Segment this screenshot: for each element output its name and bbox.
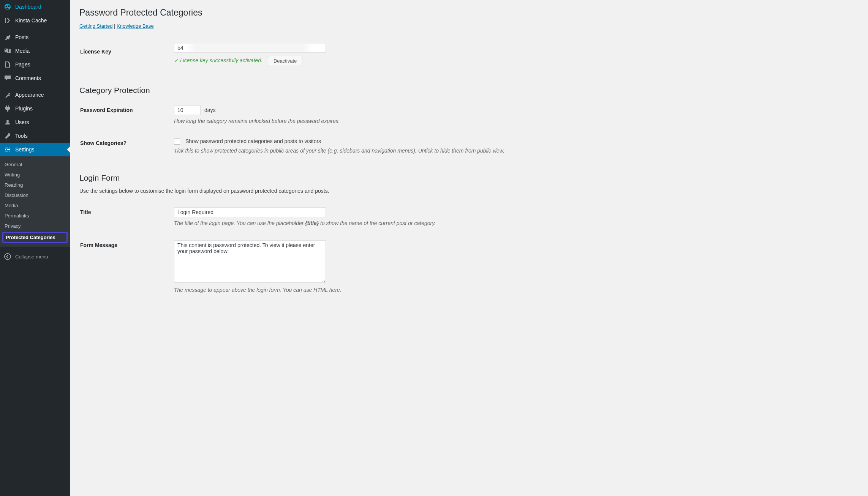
dashboard-icon bbox=[4, 3, 11, 11]
login-title-description: The title of the login page. You can use… bbox=[174, 220, 854, 226]
sidebar-label: Appearance bbox=[15, 92, 44, 98]
svg-point-0 bbox=[5, 254, 11, 260]
expiration-unit: days bbox=[204, 107, 216, 113]
sidebar-item-tools[interactable]: Tools bbox=[0, 129, 70, 143]
admin-sidebar: Dashboard Kinsta Cache Posts Media Pages… bbox=[0, 0, 70, 496]
license-status-text: ✓ License key successfully activated. bbox=[174, 57, 262, 63]
sidebar-sub-permalinks[interactable]: Permalinks bbox=[0, 211, 70, 221]
sidebar-item-comments[interactable]: Comments bbox=[0, 71, 70, 85]
license-key-label: License Key bbox=[80, 41, 173, 74]
sidebar-sub-reading[interactable]: Reading bbox=[0, 180, 70, 190]
sidebar-label: Settings bbox=[15, 146, 35, 153]
main-content: Password Protected Categories Getting St… bbox=[70, 0, 868, 496]
form-message-textarea[interactable] bbox=[174, 240, 326, 283]
header-links: Getting Started | Knowledge Base bbox=[79, 23, 859, 29]
login-title-label: Title bbox=[80, 202, 173, 234]
appearance-icon bbox=[4, 91, 11, 99]
users-icon bbox=[4, 118, 11, 126]
license-key-mask bbox=[185, 44, 313, 52]
sidebar-sub-writing[interactable]: Writing bbox=[0, 170, 70, 180]
sidebar-submenu-settings: General Writing Reading Discussion Media… bbox=[0, 156, 70, 247]
login-title-input[interactable] bbox=[174, 207, 326, 217]
sidebar-label: Dashboard bbox=[15, 4, 41, 10]
form-message-description: The message to appear above the login fo… bbox=[174, 287, 854, 293]
sidebar-label: Comments bbox=[15, 75, 41, 81]
link-separator: | bbox=[112, 23, 117, 29]
sidebar-sub-general[interactable]: General bbox=[0, 159, 70, 170]
sidebar-item-settings[interactable]: Settings bbox=[0, 143, 70, 156]
sidebar-sub-media[interactable]: Media bbox=[0, 200, 70, 211]
sidebar-item-pages[interactable]: Pages bbox=[0, 58, 70, 71]
settings-icon bbox=[4, 146, 11, 153]
sidebar-item-posts[interactable]: Posts bbox=[0, 30, 70, 44]
sidebar-label: Media bbox=[15, 48, 30, 54]
page-title: Password Protected Categories bbox=[79, 8, 859, 18]
kinsta-icon bbox=[4, 17, 11, 24]
login-form-heading: Login Form bbox=[79, 173, 859, 183]
sidebar-sub-discussion[interactable]: Discussion bbox=[0, 190, 70, 200]
password-expiration-label: Password Expiration bbox=[80, 99, 173, 132]
knowledge-base-link[interactable]: Knowledge Base bbox=[117, 23, 154, 29]
tools-icon bbox=[4, 132, 11, 140]
sidebar-sub-privacy[interactable]: Privacy bbox=[0, 221, 70, 231]
sidebar-item-plugins[interactable]: Plugins bbox=[0, 102, 70, 115]
pages-icon bbox=[4, 61, 11, 68]
sidebar-item-media[interactable]: Media bbox=[0, 44, 70, 58]
sidebar-item-appearance[interactable]: Appearance bbox=[0, 88, 70, 102]
show-categories-label: Show Categories? bbox=[80, 132, 173, 161]
sidebar-label: Posts bbox=[15, 34, 28, 40]
getting-started-link[interactable]: Getting Started bbox=[79, 23, 112, 29]
form-message-label: Form Message bbox=[80, 235, 173, 301]
sidebar-label: Users bbox=[15, 119, 29, 125]
password-expiration-input[interactable] bbox=[174, 105, 201, 115]
show-categories-description: Tick this to show protected categories i… bbox=[174, 148, 854, 154]
sidebar-item-users[interactable]: Users bbox=[0, 115, 70, 129]
deactivate-button[interactable]: Deactivate bbox=[268, 56, 302, 66]
sidebar-label: Plugins bbox=[15, 105, 33, 112]
media-icon bbox=[4, 47, 11, 55]
pin-icon bbox=[4, 33, 11, 41]
category-protection-heading: Category Protection bbox=[79, 86, 859, 95]
collapse-menu-button[interactable]: Collapse menu bbox=[0, 250, 70, 263]
show-categories-checkbox-label: Show password protected categories and p… bbox=[185, 138, 321, 144]
collapse-icon bbox=[4, 253, 11, 260]
show-categories-checkbox[interactable] bbox=[174, 139, 180, 145]
comments-icon bbox=[4, 74, 11, 82]
collapse-label: Collapse menu bbox=[15, 254, 48, 260]
sidebar-label: Tools bbox=[15, 133, 28, 139]
sidebar-sub-protected-categories[interactable]: Protected Categories bbox=[2, 232, 68, 243]
sidebar-item-kinsta-cache[interactable]: Kinsta Cache bbox=[0, 14, 70, 27]
plugins-icon bbox=[4, 105, 11, 112]
sidebar-item-dashboard[interactable]: Dashboard bbox=[0, 0, 70, 14]
login-form-description: Use the settings below to customise the … bbox=[79, 188, 859, 194]
sidebar-label: Kinsta Cache bbox=[15, 17, 47, 24]
expiration-description: How long the category remains unlocked b… bbox=[174, 118, 854, 124]
sidebar-label: Pages bbox=[15, 61, 30, 68]
